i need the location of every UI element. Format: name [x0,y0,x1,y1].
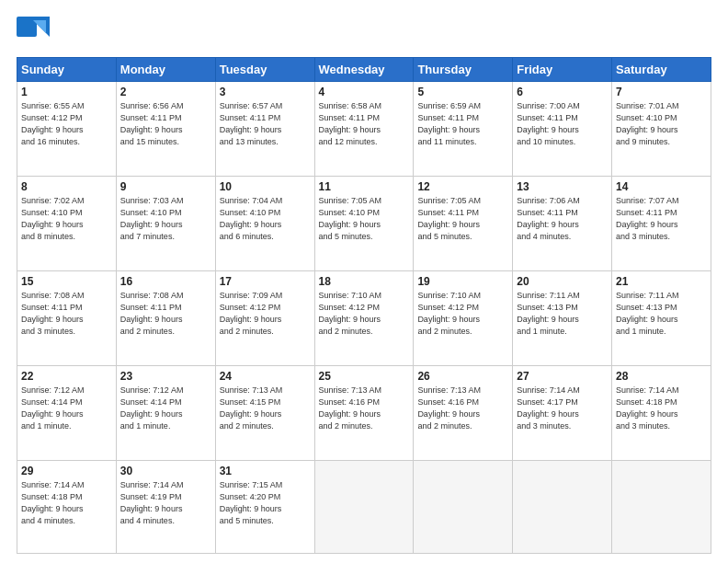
calendar-cell [414,461,513,554]
calendar-week-row: 29Sunrise: 7:14 AM Sunset: 4:18 PM Dayli… [17,461,711,554]
calendar-cell: 7Sunrise: 7:01 AM Sunset: 4:10 PM Daylig… [612,82,711,177]
day-number: 11 [319,180,410,193]
logo [17,17,53,50]
logo-icon [17,17,50,50]
day-number: 25 [319,370,410,383]
day-info: Sunrise: 7:13 AM Sunset: 4:16 PM Dayligh… [319,385,410,432]
calendar-cell: 14Sunrise: 7:07 AM Sunset: 4:11 PM Dayli… [612,177,711,271]
day-info: Sunrise: 7:13 AM Sunset: 4:15 PM Dayligh… [220,385,311,432]
calendar-cell: 5Sunrise: 6:59 AM Sunset: 4:11 PM Daylig… [414,82,513,177]
calendar-cell: 2Sunrise: 6:56 AM Sunset: 4:11 PM Daylig… [116,82,215,177]
day-info: Sunrise: 7:07 AM Sunset: 4:11 PM Dayligh… [616,195,707,243]
day-info: Sunrise: 7:11 AM Sunset: 4:13 PM Dayligh… [616,290,707,338]
calendar-week-row: 1Sunrise: 6:55 AM Sunset: 4:12 PM Daylig… [17,82,711,177]
calendar-cell: 9Sunrise: 7:03 AM Sunset: 4:10 PM Daylig… [116,177,215,271]
day-info: Sunrise: 7:14 AM Sunset: 4:18 PM Dayligh… [21,479,112,527]
calendar-week-row: 8Sunrise: 7:02 AM Sunset: 4:10 PM Daylig… [17,177,711,271]
day-number: 31 [220,465,311,477]
day-info: Sunrise: 7:00 AM Sunset: 4:11 PM Dayligh… [517,100,608,148]
day-info: Sunrise: 7:14 AM Sunset: 4:19 PM Dayligh… [120,479,211,527]
day-info: Sunrise: 7:09 AM Sunset: 4:12 PM Dayligh… [220,290,311,338]
day-info: Sunrise: 7:12 AM Sunset: 4:14 PM Dayligh… [21,385,112,432]
calendar-cell: 22Sunrise: 7:12 AM Sunset: 4:14 PM Dayli… [17,366,117,461]
calendar-cell: 26Sunrise: 7:13 AM Sunset: 4:16 PM Dayli… [414,366,513,461]
day-info: Sunrise: 7:14 AM Sunset: 4:18 PM Dayligh… [616,385,707,432]
header [17,17,711,50]
calendar-cell: 28Sunrise: 7:14 AM Sunset: 4:18 PM Dayli… [612,366,711,461]
calendar-cell: 8Sunrise: 7:02 AM Sunset: 4:10 PM Daylig… [17,177,117,271]
calendar-week-row: 22Sunrise: 7:12 AM Sunset: 4:14 PM Dayli… [17,366,711,461]
day-number: 20 [517,275,608,288]
calendar-cell: 19Sunrise: 7:10 AM Sunset: 4:12 PM Dayli… [414,271,513,366]
day-info: Sunrise: 7:02 AM Sunset: 4:10 PM Dayligh… [21,195,112,243]
page: SundayMondayTuesdayWednesdayThursdayFrid… [0,0,728,563]
day-info: Sunrise: 6:58 AM Sunset: 4:11 PM Dayligh… [319,100,410,148]
calendar-cell: 27Sunrise: 7:14 AM Sunset: 4:17 PM Dayli… [513,366,612,461]
weekday-header-sunday: Sunday [17,58,117,82]
day-number: 10 [220,180,311,193]
calendar-cell: 6Sunrise: 7:00 AM Sunset: 4:11 PM Daylig… [513,82,612,177]
calendar-cell: 15Sunrise: 7:08 AM Sunset: 4:11 PM Dayli… [17,271,117,366]
weekday-header-wednesday: Wednesday [314,58,414,82]
day-number: 1 [21,86,112,98]
day-number: 13 [517,180,608,193]
day-info: Sunrise: 7:05 AM Sunset: 4:10 PM Dayligh… [319,195,410,243]
day-number: 8 [21,180,112,193]
day-number: 21 [616,275,707,288]
day-number: 2 [120,86,211,98]
day-number: 16 [120,275,211,288]
day-number: 18 [319,275,410,288]
weekday-header-saturday: Saturday [612,58,711,82]
day-info: Sunrise: 7:03 AM Sunset: 4:10 PM Dayligh… [120,195,211,243]
calendar-cell: 30Sunrise: 7:14 AM Sunset: 4:19 PM Dayli… [116,461,215,554]
calendar-cell [314,461,414,554]
day-info: Sunrise: 6:59 AM Sunset: 4:11 PM Dayligh… [417,100,508,148]
calendar-cell [513,461,612,554]
calendar-cell: 10Sunrise: 7:04 AM Sunset: 4:10 PM Dayli… [215,177,314,271]
calendar-cell: 31Sunrise: 7:15 AM Sunset: 4:20 PM Dayli… [215,461,314,554]
calendar-cell [612,461,711,554]
day-number: 29 [21,465,112,477]
calendar-cell: 17Sunrise: 7:09 AM Sunset: 4:12 PM Dayli… [215,271,314,366]
calendar-cell: 4Sunrise: 6:58 AM Sunset: 4:11 PM Daylig… [314,82,414,177]
day-number: 12 [417,180,508,193]
day-info: Sunrise: 7:13 AM Sunset: 4:16 PM Dayligh… [417,385,508,432]
day-info: Sunrise: 7:11 AM Sunset: 4:13 PM Dayligh… [517,290,608,338]
day-number: 6 [517,86,608,98]
calendar-week-row: 15Sunrise: 7:08 AM Sunset: 4:11 PM Dayli… [17,271,711,366]
weekday-header-monday: Monday [116,58,215,82]
day-number: 3 [220,86,311,98]
day-info: Sunrise: 7:05 AM Sunset: 4:11 PM Dayligh… [417,195,508,243]
weekday-header-friday: Friday [513,58,612,82]
weekday-header-thursday: Thursday [414,58,513,82]
weekday-header-tuesday: Tuesday [215,58,314,82]
day-number: 9 [120,180,211,193]
day-number: 7 [616,86,707,98]
day-info: Sunrise: 7:04 AM Sunset: 4:10 PM Dayligh… [220,195,311,243]
day-info: Sunrise: 7:12 AM Sunset: 4:14 PM Dayligh… [120,385,211,432]
day-info: Sunrise: 7:08 AM Sunset: 4:11 PM Dayligh… [21,290,112,338]
day-info: Sunrise: 7:06 AM Sunset: 4:11 PM Dayligh… [517,195,608,243]
day-info: Sunrise: 7:08 AM Sunset: 4:11 PM Dayligh… [120,290,211,338]
day-number: 5 [417,86,508,98]
day-info: Sunrise: 6:57 AM Sunset: 4:11 PM Dayligh… [220,100,311,148]
day-number: 17 [220,275,311,288]
calendar-cell: 13Sunrise: 7:06 AM Sunset: 4:11 PM Dayli… [513,177,612,271]
day-number: 14 [616,180,707,193]
day-number: 26 [417,370,508,383]
day-number: 30 [120,465,211,477]
calendar-cell: 20Sunrise: 7:11 AM Sunset: 4:13 PM Dayli… [513,271,612,366]
day-number: 27 [517,370,608,383]
day-info: Sunrise: 7:15 AM Sunset: 4:20 PM Dayligh… [220,479,311,527]
calendar-cell: 16Sunrise: 7:08 AM Sunset: 4:11 PM Dayli… [116,271,215,366]
day-info: Sunrise: 6:56 AM Sunset: 4:11 PM Dayligh… [120,100,211,148]
calendar-cell: 3Sunrise: 6:57 AM Sunset: 4:11 PM Daylig… [215,82,314,177]
day-number: 19 [417,275,508,288]
day-number: 22 [21,370,112,383]
calendar-cell: 23Sunrise: 7:12 AM Sunset: 4:14 PM Dayli… [116,366,215,461]
weekday-header-row: SundayMondayTuesdayWednesdayThursdayFrid… [17,58,711,82]
day-number: 15 [21,275,112,288]
calendar-cell: 11Sunrise: 7:05 AM Sunset: 4:10 PM Dayli… [314,177,414,271]
day-info: Sunrise: 6:55 AM Sunset: 4:12 PM Dayligh… [21,100,112,148]
day-number: 23 [120,370,211,383]
